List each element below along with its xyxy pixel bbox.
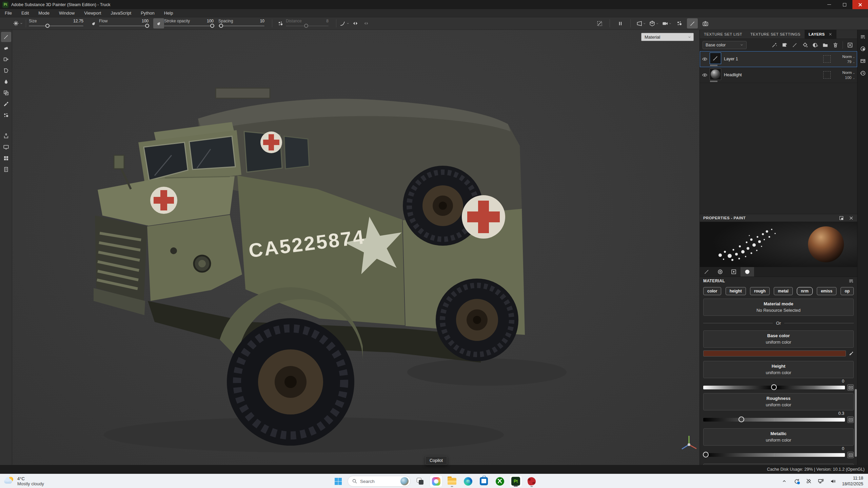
tab-texture-set-list[interactable]: TEXTURE SET LIST	[700, 30, 746, 39]
pause-engine-button[interactable]	[615, 18, 626, 28]
particles-tool[interactable]	[1, 110, 11, 120]
size-slider[interactable]	[29, 25, 83, 26]
menu-window[interactable]: Window	[54, 9, 79, 17]
roughness-slider[interactable]	[703, 418, 845, 422]
clock[interactable]: 11:18 18/02/2025	[842, 475, 863, 487]
metallic-slider[interactable]	[703, 453, 845, 457]
stroke-opacity-slider[interactable]	[164, 25, 214, 26]
symmetry-settings-button[interactable]	[361, 18, 372, 28]
search-daily-image[interactable]	[400, 477, 409, 485]
channel-filter-dropdown[interactable]: Base color	[703, 41, 747, 49]
layer-thumbnail[interactable]	[710, 53, 721, 64]
add-fill-layer-icon[interactable]	[801, 41, 809, 49]
menu-file[interactable]: File	[0, 9, 17, 17]
size-pressure-toggle[interactable]	[88, 18, 99, 28]
add-paint-layer-icon[interactable]	[790, 41, 799, 49]
mask-slot[interactable]	[823, 55, 831, 63]
channel-height[interactable]: height	[726, 287, 746, 295]
search-box[interactable]: Search	[348, 476, 411, 487]
particles-icon[interactable]	[674, 18, 685, 28]
blend-mode-dropdown[interactable]: Norm⌄	[833, 55, 855, 59]
stencil-tab-icon[interactable]	[727, 267, 741, 277]
close-tab-icon[interactable]	[828, 32, 832, 36]
distance-slider-handle[interactable]	[304, 24, 308, 28]
channel-emiss[interactable]: emiss	[817, 287, 836, 295]
height-button[interactable]: Height uniform color	[703, 361, 854, 378]
roughness-slider-handle[interactable]	[738, 416, 744, 422]
properties-scrollbar[interactable]	[855, 389, 857, 457]
background-settings-icon[interactable]	[846, 41, 854, 49]
spacing-slider[interactable]	[218, 25, 264, 26]
material-mode-button[interactable]: Material mode No Resource Selected	[703, 299, 854, 316]
metallic-button[interactable]: Metallic uniform color	[703, 428, 854, 446]
perspective-view-button[interactable]	[635, 18, 646, 28]
pen-disabled-icon[interactable]	[805, 478, 812, 485]
blend-mode-dropdown[interactable]: Norm⌄	[833, 70, 855, 75]
start-button[interactable]	[332, 475, 344, 487]
menu-viewport[interactable]: Viewport	[79, 9, 106, 17]
roughness-range-icon[interactable]	[847, 416, 854, 423]
alpha-tab-icon[interactable]	[713, 267, 727, 277]
snapshot-icon[interactable]	[700, 18, 711, 28]
flow-slider[interactable]	[99, 25, 149, 26]
distance-slider[interactable]	[286, 25, 329, 26]
channel-op[interactable]: op	[841, 287, 854, 295]
layer-name[interactable]: Headlight	[724, 73, 742, 77]
menu-edit[interactable]: Edit	[17, 9, 34, 17]
menu-javascript[interactable]: JavaScript	[106, 9, 136, 17]
height-slider[interactable]	[703, 386, 845, 389]
brush-tab-icon[interactable]	[700, 267, 713, 277]
metallic-range-icon[interactable]	[847, 452, 854, 458]
material-options-icon[interactable]	[848, 278, 854, 284]
dock-menu-icon[interactable]	[860, 34, 866, 40]
network-icon[interactable]	[817, 478, 824, 485]
opacity-dropdown[interactable]: 79 ⌄	[833, 60, 855, 64]
clone-tool[interactable]	[1, 88, 11, 98]
channel-rough[interactable]: rough	[750, 287, 770, 295]
close-button[interactable]	[852, 0, 868, 9]
visibility-eye-icon[interactable]	[702, 72, 708, 78]
polygon-fill-tool[interactable]	[1, 65, 11, 76]
hidden-icons-chevron[interactable]	[781, 478, 788, 485]
height-slider-handle[interactable]	[771, 384, 777, 390]
menu-help[interactable]: Help	[159, 9, 178, 17]
popout-panel-icon[interactable]	[839, 216, 844, 221]
layer-thumbnail[interactable]	[710, 68, 721, 80]
copilot-button[interactable]	[430, 475, 442, 487]
shading-mode-dropdown[interactable]: Material	[641, 33, 694, 41]
microsoft-store-button[interactable]	[477, 475, 490, 487]
material-picker-tool[interactable]	[1, 99, 11, 109]
delete-layer-icon[interactable]	[831, 41, 840, 49]
size-slider-handle[interactable]	[45, 24, 50, 28]
task-view-button[interactable]	[414, 475, 427, 487]
shelf-tool[interactable]	[1, 153, 11, 163]
flow-pressure-toggle[interactable]	[153, 18, 164, 28]
tab-texture-set-settings[interactable]: TEXTURE SET SETTINGS	[746, 30, 805, 39]
close-panel-icon[interactable]	[849, 216, 854, 221]
projection-tool[interactable]	[1, 54, 11, 64]
material-ball-icon[interactable]	[860, 46, 866, 52]
roughness-button[interactable]: Roughness uniform color	[703, 393, 854, 410]
camera-button[interactable]	[661, 18, 672, 28]
file-explorer-button[interactable]	[446, 475, 458, 487]
display-settings-tool[interactable]	[1, 142, 11, 152]
sync-icon[interactable]	[793, 478, 800, 485]
add-layer-icon[interactable]	[780, 41, 789, 49]
minimize-button[interactable]	[821, 0, 837, 9]
paint-brush-icon[interactable]	[687, 18, 698, 28]
cube-view-button[interactable]	[648, 18, 659, 28]
hide-ui-icon[interactable]	[594, 18, 605, 28]
tab-layers[interactable]: LAYERS	[805, 30, 836, 39]
opacity-dropdown[interactable]: 100 ⌄	[833, 76, 855, 80]
add-folder-icon[interactable]	[821, 41, 830, 49]
xbox-button[interactable]	[493, 475, 506, 487]
substance-painter-button[interactable]: Pt	[509, 475, 522, 487]
panel-stack-icon[interactable]	[860, 58, 866, 64]
substance-mascot-button[interactable]	[525, 475, 538, 487]
layer-row-layer1[interactable]: Layer 1 Norm⌄ 79 ⌄	[700, 51, 857, 67]
visibility-eye-icon[interactable]	[702, 56, 708, 62]
symmetry-button[interactable]	[350, 18, 361, 28]
history-icon[interactable]	[860, 70, 866, 76]
volume-icon[interactable]	[830, 478, 836, 485]
falloff-curve-button[interactable]	[339, 18, 350, 28]
